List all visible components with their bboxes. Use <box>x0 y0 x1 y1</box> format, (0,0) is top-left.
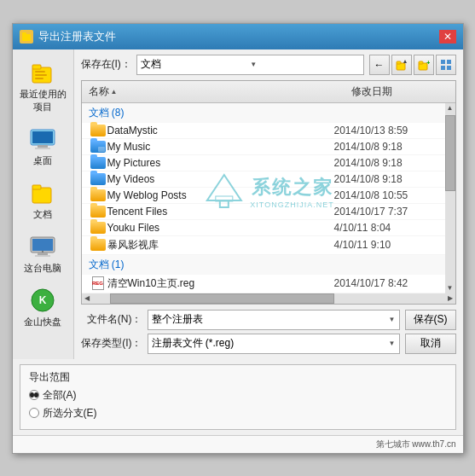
filename-label: 文件名(N)： <box>81 312 142 327</box>
export-scope-title: 导出范围 <box>29 370 447 385</box>
svg-rect-9 <box>38 145 48 148</box>
folder-icon4 <box>90 222 106 234</box>
new-folder-icon: + <box>418 59 430 71</box>
dialog-body: 最近使用的项目 桌面 <box>13 49 463 359</box>
file-name: 暴风影视库 <box>107 238 334 253</box>
file-name: My Videos <box>107 173 334 185</box>
file-name: Tencent Files <box>107 206 334 218</box>
filename-dropdown-arrow: ▼ <box>389 316 396 323</box>
radio-selected-row: 所选分支(E) <box>29 406 447 421</box>
radio-all-label: 全部(A) <box>43 388 77 403</box>
sidebar-label-documents: 文档 <box>33 208 52 221</box>
folder-icon2 <box>90 189 106 201</box>
sidebar-item-computer[interactable]: 这台电脑 <box>15 229 70 279</box>
scroll-up-btn[interactable]: ▲ <box>445 103 455 113</box>
col-name-header[interactable]: 名称 ▲ <box>82 83 345 101</box>
new-folder-button[interactable]: + <box>414 55 434 75</box>
view-icon <box>440 59 452 71</box>
filename-combo[interactable]: 整个注册表 ▼ <box>148 310 400 330</box>
section1-header: 文档 (8) <box>82 103 445 123</box>
recent-icon <box>29 59 56 86</box>
svg-rect-1 <box>22 32 26 35</box>
filename-row: 文件名(N)： 整个注册表 ▼ 保存(S) <box>81 310 456 330</box>
scroll-right-btn[interactable]: ▶ <box>445 293 455 304</box>
folder-icon-cell <box>82 173 107 185</box>
scroll-thumb[interactable] <box>445 115 455 191</box>
radio-all[interactable] <box>29 390 39 400</box>
col-date-header[interactable]: 修改日期 <box>345 83 455 101</box>
sidebar-label-computer: 这台电脑 <box>24 262 61 275</box>
file-date: 2014/10/13 8:59 <box>334 125 445 136</box>
view-button[interactable] <box>436 55 456 75</box>
documents-icon <box>29 179 56 206</box>
filetype-combo[interactable]: 注册表文件 (*.reg) ▼ <box>148 334 400 354</box>
save-button[interactable]: 保存(S) <box>405 310 456 330</box>
svg-rect-4 <box>35 71 45 73</box>
svg-rect-29 <box>447 66 451 70</box>
reg-file-icon: REG <box>92 276 104 290</box>
file-date: 4/10/11 8:04 <box>334 222 445 234</box>
sort-arrow: ▲ <box>111 88 118 96</box>
svg-rect-3 <box>32 65 41 69</box>
special-folder-icon3 <box>90 173 106 185</box>
file-name: DataMystic <box>107 125 334 136</box>
sidebar-label-desktop: 桌面 <box>33 154 52 167</box>
up-folder-icon <box>396 59 408 71</box>
sidebar-item-documents[interactable]: 文档 <box>15 175 70 225</box>
file-date: 2014/10/8 9:18 <box>334 157 445 169</box>
file-name: My Pictures <box>107 157 334 169</box>
scroll-left-btn[interactable]: ◀ <box>82 293 92 304</box>
svg-rect-14 <box>32 239 53 251</box>
table-row[interactable]: DataMystic 2014/10/13 8:59 <box>82 123 445 139</box>
svg-rect-10 <box>35 148 50 149</box>
folder-icon-cell <box>82 239 107 251</box>
sidebar-item-wps[interactable]: K 金山快盘 <box>15 282 70 333</box>
toolbar-row: 保存在(I)： 文档 ▼ ← <box>81 55 456 75</box>
reg-file-icon-cell: REG <box>82 276 107 290</box>
right-content: 保存在(I)： 文档 ▼ ← <box>74 49 463 359</box>
scroll-down-btn[interactable]: ▼ <box>445 283 455 293</box>
table-row[interactable]: My Pictures 2014/10/8 9:18 <box>82 155 445 171</box>
path-dropdown-arrow: ▼ <box>250 61 359 68</box>
table-row[interactable]: My Music 2014/10/8 9:18 <box>82 139 445 155</box>
desktop-icon <box>29 125 56 153</box>
wps-icon: K <box>29 287 56 314</box>
svg-rect-16 <box>35 255 50 257</box>
table-row[interactable]: Tencent Files 2014/10/17 7:37 <box>82 204 445 220</box>
table-row[interactable]: 暴风影视库 4/10/11 9:10 <box>82 236 445 255</box>
filetype-value: 注册表文件 (*.reg) <box>152 336 235 351</box>
title-bar: 导出注册表文件 ✕ <box>13 24 463 49</box>
folder-icon-cell <box>82 189 107 201</box>
svg-rect-26 <box>441 60 445 64</box>
up-button[interactable] <box>391 55 412 75</box>
horizontal-scrollbar[interactable]: ◀ ▶ <box>82 293 455 304</box>
radio-selected[interactable] <box>29 408 39 418</box>
folder-icon-cell <box>82 222 107 234</box>
sidebar-item-recent[interactable]: 最近使用的项目 <box>15 55 70 118</box>
file-list-scroll[interactable]: 文档 (8) DataMystic 2014/10/13 8:59 <box>82 103 445 293</box>
path-combo[interactable]: 文档 ▼ <box>136 55 364 75</box>
folder-icon5 <box>90 239 106 251</box>
table-row[interactable]: Youku Files 4/10/11 8:04 <box>82 220 445 236</box>
table-row[interactable]: My Videos 2014/10/8 9:18 <box>82 171 445 188</box>
sidebar-item-desktop[interactable]: 桌面 <box>15 121 70 171</box>
svg-rect-11 <box>32 188 51 203</box>
sidebar-label-recent: 最近使用的项目 <box>18 88 67 113</box>
close-button[interactable]: ✕ <box>439 30 456 44</box>
table-row[interactable]: My Weblog Posts 2014/10/8 10:55 <box>82 188 445 204</box>
file-date: 2014/10/8 10:55 <box>334 189 445 201</box>
bottom-bar: 第七城市 www.th7.cn <box>13 435 463 453</box>
horiz-scroll-thumb[interactable] <box>110 293 334 304</box>
table-row[interactable]: REG 清空Win10主页.reg 2014/10/17 8:42 <box>82 275 445 293</box>
special-folder-icon <box>90 141 106 153</box>
cancel-button[interactable]: 取消 <box>405 334 456 354</box>
svg-rect-12 <box>32 185 41 189</box>
back-button[interactable]: ← <box>369 55 390 75</box>
vertical-scrollbar[interactable]: ▲ ▼ <box>445 103 455 293</box>
svg-rect-21 <box>397 61 401 64</box>
folder-icon-cell <box>82 157 107 169</box>
svg-rect-28 <box>441 66 445 70</box>
svg-point-17 <box>42 251 43 253</box>
export-registry-dialog: 导出注册表文件 ✕ 最近使用的项目 <box>12 23 464 454</box>
file-name: Youku Files <box>107 222 334 234</box>
